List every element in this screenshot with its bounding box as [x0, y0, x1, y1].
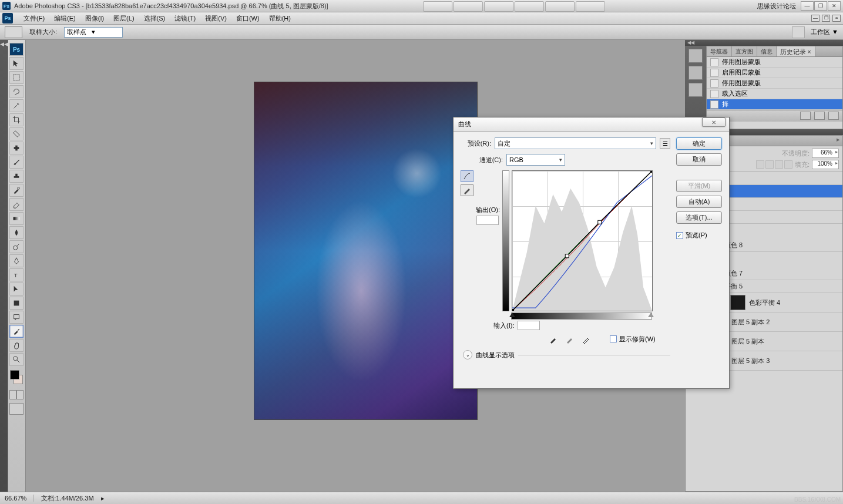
options-button[interactable]: 选项(T)... — [676, 211, 722, 224]
output-gradient — [502, 170, 509, 311]
history-item[interactable]: 停用图层蒙版 — [707, 78, 842, 89]
move-tool[interactable] — [9, 57, 23, 70]
tab-history[interactable]: 历史记录 × — [777, 46, 815, 56]
new-snapshot-button[interactable] — [800, 112, 811, 120]
opacity-input[interactable]: 66% — [812, 149, 839, 158]
wand-tool[interactable] — [9, 99, 23, 112]
color-swatches[interactable] — [9, 369, 24, 385]
curve-graph[interactable] — [512, 170, 653, 311]
sample-size-combo[interactable]: 取样点 ▾ — [64, 27, 123, 38]
stamp-tool[interactable] — [9, 170, 23, 183]
tab-histogram[interactable]: 直方图 — [732, 46, 757, 56]
doc-minimize-button[interactable]: — — [811, 15, 820, 22]
notes-tool[interactable] — [9, 311, 23, 324]
show-clipping-checkbox[interactable]: 显示修剪(W) — [610, 335, 656, 344]
shape-tool[interactable] — [9, 297, 23, 310]
menu-layer[interactable]: 图层(L) — [109, 14, 139, 23]
dodge-tool[interactable] — [9, 240, 23, 253]
type-tool[interactable]: T — [9, 268, 23, 281]
history-item[interactable]: 载入选区 — [707, 89, 842, 99]
svg-rect-14 — [650, 171, 652, 173]
floating-close-x[interactable]: ✕ — [702, 117, 726, 127]
doc-restore-button[interactable]: ❐ — [822, 15, 830, 22]
dialog-title[interactable]: 曲线 — [454, 117, 729, 132]
slice-tool[interactable] — [9, 127, 23, 140]
maximize-button[interactable]: ❐ — [814, 1, 827, 11]
blur-tool[interactable] — [9, 226, 23, 239]
palette-collapse-strip[interactable]: ◀◀ — [0, 40, 8, 492]
go-bridge-icon[interactable] — [792, 26, 805, 38]
menu-filter[interactable]: 滤镜(T) — [170, 14, 200, 23]
path-select-tool[interactable] — [9, 283, 23, 295]
menu-select[interactable]: 选择(S) — [139, 14, 170, 23]
new-doc-button[interactable] — [814, 112, 825, 120]
heal-tool[interactable] — [9, 142, 23, 154]
fill-label: 填充: — [795, 160, 810, 169]
navigator-icon[interactable] — [688, 49, 703, 63]
tool-preset-picker[interactable] — [5, 26, 22, 38]
white-point-eyedropper[interactable] — [582, 334, 592, 344]
history-brush-tool[interactable] — [9, 184, 23, 197]
fill-input[interactable]: 100% — [812, 160, 839, 169]
cancel-button[interactable]: 取消 — [676, 153, 722, 166]
zoom-level[interactable]: 66.67% — [5, 495, 34, 502]
info-icon[interactable] — [688, 83, 703, 97]
menu-edit[interactable]: 编辑(E) — [49, 14, 80, 23]
input-label: 输入(I): — [493, 321, 514, 330]
auto-button[interactable]: 自动(A) — [676, 196, 722, 208]
minimize-button[interactable]: — — [801, 1, 814, 11]
doc-close-button[interactable]: × — [832, 15, 841, 22]
preset-combo[interactable]: 自定 — [495, 137, 656, 149]
menu-window[interactable]: 窗口(W) — [231, 14, 264, 23]
tab-info[interactable]: 信息 — [757, 46, 777, 56]
taskbar-peek — [423, 0, 605, 12]
gray-point-eyedropper[interactable] — [565, 334, 576, 344]
menu-image[interactable]: 图像(I) — [80, 14, 109, 23]
panel-dock-collapse[interactable]: ◀◀ — [685, 40, 843, 46]
crop-tool[interactable] — [9, 113, 23, 126]
lock-controls[interactable] — [756, 160, 792, 169]
ok-button[interactable]: 确定 — [676, 137, 722, 150]
tools-header-icon: Ps — [9, 43, 23, 56]
channel-combo[interactable]: RGB — [506, 154, 565, 166]
history-item[interactable]: 停用图层蒙版 — [707, 57, 842, 68]
preset-menu-icon[interactable]: ☰ — [660, 138, 670, 149]
smooth-button[interactable]: 平滑(M) — [676, 180, 722, 192]
expand-display-options[interactable]: ⌄ — [463, 350, 472, 359]
histogram-icon[interactable] — [688, 66, 703, 80]
lasso-tool[interactable] — [9, 85, 23, 98]
quick-mask-toggle[interactable] — [8, 390, 25, 399]
gradient-tool[interactable] — [9, 212, 23, 225]
input-gradient[interactable] — [511, 313, 652, 320]
history-item[interactable]: 择 — [707, 99, 842, 110]
preview-checkbox[interactable]: ✓ 预览(P) — [676, 231, 722, 240]
delete-state-button[interactable] — [828, 112, 839, 120]
curve-point-tool[interactable] — [461, 170, 473, 182]
document-canvas[interactable] — [254, 82, 478, 420]
workspace-picker[interactable]: 工作区 ▼ — [811, 28, 838, 36]
svg-rect-11 — [565, 254, 569, 258]
menu-help[interactable]: 帮助(H) — [264, 14, 295, 23]
zoom-tool[interactable] — [9, 353, 23, 366]
eyedropper-tool[interactable] — [9, 325, 23, 338]
doc-size: 文档:1.44M/26.3M — [41, 494, 93, 503]
close-button[interactable]: ✕ — [828, 1, 841, 11]
curve-pencil-tool[interactable] — [461, 184, 473, 196]
output-value[interactable] — [476, 216, 499, 225]
input-value[interactable] — [518, 321, 540, 330]
history-item[interactable]: 启用图层蒙版 — [707, 68, 842, 78]
black-point-eyedropper[interactable] — [549, 334, 559, 344]
brush-tool[interactable] — [9, 156, 23, 169]
app-icon: Ps — [2, 2, 11, 10]
menu-view[interactable]: 视图(V) — [200, 14, 231, 23]
status-chevron-icon[interactable]: ▸ — [101, 495, 105, 502]
panel-menu-icon[interactable]: ▸ — [834, 136, 842, 146]
svg-rect-4 — [14, 217, 20, 220]
marquee-tool[interactable] — [9, 71, 23, 84]
eraser-tool[interactable] — [9, 198, 23, 211]
hand-tool[interactable] — [9, 339, 23, 352]
menu-file[interactable]: 文件(F) — [19, 14, 49, 23]
tab-navigator[interactable]: 导航器 — [707, 46, 732, 56]
screen-mode-button[interactable] — [9, 403, 23, 415]
pen-tool[interactable] — [9, 254, 23, 267]
